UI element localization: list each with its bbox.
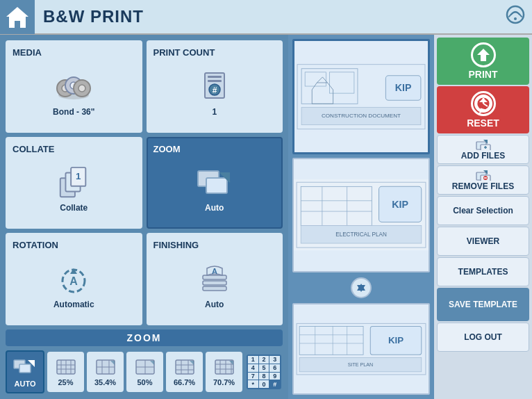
zoom-50-label: 50% bbox=[137, 378, 152, 386]
rotation-content: A Automatic bbox=[13, 253, 135, 318]
svg-text:ELECTRICAL PLAN: ELECTRICAL PLAN bbox=[335, 231, 387, 238]
finishing-label: FINISHING bbox=[153, 240, 199, 250]
clear-selection-button[interactable]: Clear Selection bbox=[437, 196, 529, 225]
svg-text:CONSTRUCTION DOCUMENT: CONSTRUCTION DOCUMENT bbox=[322, 113, 401, 119]
reset-button[interactable]: RESET bbox=[437, 86, 529, 133]
num-6[interactable]: 6 bbox=[269, 364, 280, 372]
add-files-button[interactable]: ADD FILES bbox=[437, 135, 529, 164]
file-preview-3[interactable]: SITE PLAN KIP bbox=[292, 303, 430, 395]
options-grid: MEDIA Bond - 36" bbox=[6, 40, 283, 325]
home-button[interactable] bbox=[0, 0, 35, 34]
home-icon bbox=[5, 4, 30, 29]
save-template-button[interactable]: SAVE TEMPLATE bbox=[437, 288, 529, 321]
print-count-icon: # bbox=[197, 70, 232, 104]
num-grid-container[interactable]: 1 2 3 4 5 6 7 8 9 * 0 # bbox=[245, 353, 283, 391]
blueprint-preview-2: ELECTRICAL PLAN KIP bbox=[294, 159, 429, 270]
zoom-content: Auto bbox=[153, 157, 276, 222]
num-star[interactable]: * bbox=[248, 380, 258, 388]
zoom-667-button[interactable]: 66.7% bbox=[166, 352, 203, 392]
media-content: Bond - 36" bbox=[13, 60, 135, 126]
finishing-icon: A bbox=[197, 262, 232, 297]
print-count-content: # 1 bbox=[153, 60, 276, 126]
svg-rect-12 bbox=[208, 80, 222, 82]
svg-marker-0 bbox=[6, 7, 28, 28]
zoom-707-button[interactable]: 70.7% bbox=[206, 352, 242, 392]
rotation-value: Automatic bbox=[53, 300, 94, 309]
print-count-card[interactable]: PRINT COUNT # 1 bbox=[147, 40, 283, 133]
finishing-content: A Auto bbox=[153, 253, 276, 318]
svg-text:KIP: KIP bbox=[388, 335, 404, 345]
num-0[interactable]: 0 bbox=[259, 380, 269, 388]
zoom-options-row: AUTO 25% bbox=[6, 350, 283, 393]
print-button[interactable]: PRINT bbox=[437, 38, 529, 85]
rotation-icon: A bbox=[56, 262, 91, 297]
svg-text:SITE PLAN: SITE PLAN bbox=[348, 361, 373, 367]
svg-point-2 bbox=[514, 17, 517, 20]
file-preview-1[interactable]: CONSTRUCTION DOCUMENT KIP bbox=[292, 39, 430, 154]
nav-arrow[interactable] bbox=[351, 277, 372, 298]
zoom-auto-button[interactable]: AUTO bbox=[6, 350, 44, 393]
svg-rect-30 bbox=[203, 286, 226, 291]
rotation-label: ROTATION bbox=[13, 240, 58, 250]
logout-button[interactable]: LOG OUT bbox=[437, 323, 529, 352]
svg-text:#: # bbox=[212, 86, 217, 95]
remove-files-button[interactable]: REMOVE FILES bbox=[437, 165, 529, 195]
media-card[interactable]: MEDIA Bond - 36" bbox=[6, 40, 142, 133]
collate-label: COLLATE bbox=[13, 144, 54, 154]
finishing-card[interactable]: FINISHING A Auto bbox=[147, 233, 283, 325]
zoom-25-label: 25% bbox=[58, 378, 73, 386]
svg-point-1 bbox=[507, 6, 524, 23]
zoom-card-value: Auto bbox=[205, 203, 224, 213]
finishing-value: Auto bbox=[205, 300, 224, 309]
print-count-value: 1 bbox=[212, 107, 217, 117]
svg-text:KIP: KIP bbox=[392, 199, 408, 210]
svg-rect-33 bbox=[19, 364, 31, 373]
svg-text:KIP: KIP bbox=[395, 82, 412, 93]
svg-text:A: A bbox=[69, 275, 78, 287]
svg-rect-28 bbox=[203, 275, 226, 279]
viewer-button[interactable]: VIEWER bbox=[437, 227, 529, 256]
zoom-35-button[interactable]: 35.4% bbox=[87, 352, 124, 392]
num-4[interactable]: 4 bbox=[248, 364, 258, 372]
svg-marker-100 bbox=[477, 49, 490, 61]
zoom-667-label: 66.7% bbox=[174, 378, 195, 386]
reset-icon bbox=[471, 91, 496, 116]
collate-value: Collate bbox=[60, 203, 88, 213]
svg-line-104 bbox=[483, 104, 488, 106]
num-9[interactable]: 9 bbox=[269, 373, 280, 380]
num-3[interactable]: 3 bbox=[269, 356, 280, 364]
collate-icon: 3 2 1 bbox=[56, 165, 91, 200]
svg-rect-22 bbox=[206, 178, 227, 193]
nav-arrow-container bbox=[292, 276, 430, 300]
num-1[interactable]: 1 bbox=[248, 356, 258, 364]
zoom-50-button[interactable]: 50% bbox=[126, 352, 163, 392]
blueprint-preview-3: SITE PLAN KIP bbox=[294, 304, 429, 393]
wifi-icon bbox=[506, 5, 525, 28]
svg-text:A: A bbox=[212, 267, 217, 275]
rotation-card[interactable]: ROTATION A Automatic bbox=[6, 233, 142, 325]
num-hash[interactable]: # bbox=[269, 380, 280, 388]
zoom-label: ZOOM bbox=[153, 144, 181, 154]
svg-marker-87 bbox=[357, 284, 365, 291]
zoom-card-icon bbox=[195, 165, 233, 200]
num-7[interactable]: 7 bbox=[248, 373, 258, 380]
svg-rect-29 bbox=[203, 281, 226, 285]
templates-button[interactable]: TEMPLATES bbox=[437, 257, 529, 286]
collate-content: 3 2 1 Collate bbox=[13, 157, 135, 222]
zoom-auto-label: AUTO bbox=[15, 380, 36, 388]
file-preview-2[interactable]: ELECTRICAL PLAN KIP bbox=[292, 158, 430, 272]
left-panel: MEDIA Bond - 36" bbox=[0, 35, 288, 399]
num-8[interactable]: 8 bbox=[259, 373, 269, 380]
svg-text:1: 1 bbox=[76, 172, 81, 182]
zoom-bar: ZOOM bbox=[6, 329, 283, 346]
zoom-25-button[interactable]: 25% bbox=[47, 352, 84, 392]
zoom-card[interactable]: ZOOM Auto bbox=[147, 137, 283, 229]
header: B&W PRINT bbox=[0, 0, 532, 35]
num-5[interactable]: 5 bbox=[259, 364, 269, 372]
num-2[interactable]: 2 bbox=[259, 356, 269, 364]
svg-point-9 bbox=[78, 85, 85, 92]
media-label: MEDIA bbox=[13, 47, 42, 58]
collate-card[interactable]: COLLATE 3 2 1 Collate bbox=[6, 137, 142, 229]
num-grid[interactable]: 1 2 3 4 5 6 7 8 9 * 0 # bbox=[247, 355, 281, 389]
print-count-label: PRINT COUNT bbox=[153, 47, 215, 58]
